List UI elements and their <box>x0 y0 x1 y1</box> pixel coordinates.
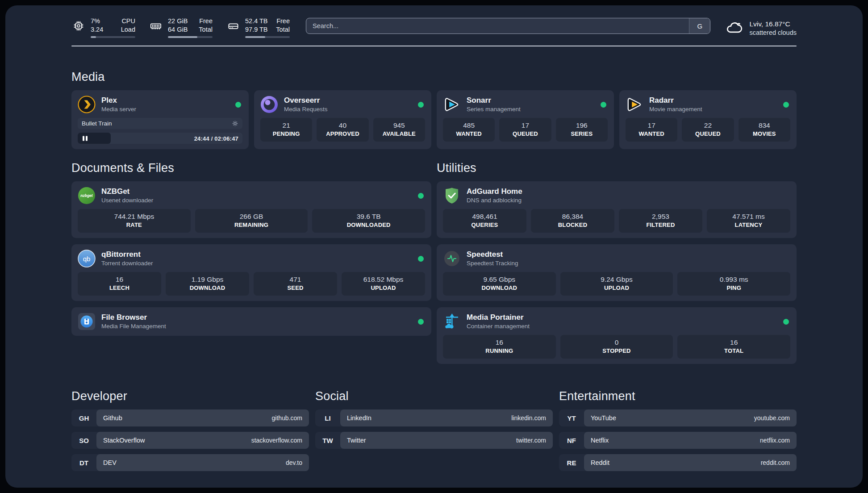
section-social: Social LI LinkedIn linkedin.com TW Twitt… <box>315 389 553 471</box>
sonarr-stat-wanted: 485 WANTED <box>443 118 495 142</box>
qbittorrent-app-link[interactable]: qb qBittorrent Torrent downloader <box>78 250 425 267</box>
link-youtube[interactable]: YT YouTube youtube.com <box>559 409 797 426</box>
portainer-name: Media Portainer <box>467 313 530 322</box>
radarr-description: Movie management <box>649 105 702 113</box>
sonarr-status-dot <box>601 102 606 108</box>
reddit-name: Reddit <box>591 459 609 466</box>
link-stackoverflow[interactable]: SO StackOverflow stackoverflow.com <box>71 432 309 449</box>
cpu-usage-value: 7% <box>91 17 103 25</box>
speedtest-stat-download: 9.65 Gbps DOWNLOAD <box>443 272 556 296</box>
nzbget-stat-downloaded: 39.6 TB DOWNLOADED <box>312 209 425 233</box>
filebrowser-app-link[interactable]: File Browser Media File Management <box>78 313 425 330</box>
plex-progress-bar[interactable]: 24:44 / 02:06:47 <box>78 133 242 144</box>
qbittorrent-stat-leech: 16 LEECH <box>78 272 161 296</box>
cpu-load-label: Load <box>121 25 135 34</box>
netflix-name: Netflix <box>591 437 609 444</box>
plex-description: Media server <box>101 105 136 113</box>
cpu-usage-label: CPU <box>121 17 135 25</box>
pause-icon[interactable] <box>83 136 88 141</box>
portainer-status-dot <box>783 319 789 325</box>
nzbget-stat-rate: 744.21 Mbps RATE <box>78 209 191 233</box>
overseerr-description: Media Requests <box>284 105 328 113</box>
stackoverflow-name: StackOverflow <box>103 437 145 444</box>
sonarr-description: Series management <box>467 105 521 113</box>
link-github[interactable]: GH Github github.com <box>71 409 309 426</box>
cpu-icon <box>71 17 86 35</box>
radarr-app-link[interactable]: Radarr Movie management <box>626 96 790 113</box>
card-portainer: Media Portainer Container management 16 … <box>437 307 797 364</box>
netflix-abbr: NF <box>559 437 584 444</box>
search-input[interactable] <box>306 18 710 34</box>
nzbget-icon: nzbget <box>78 187 96 205</box>
search-engine-button[interactable]: G <box>689 18 710 33</box>
card-qbittorrent: qb qBittorrent Torrent downloader <box>71 244 431 301</box>
plex-app-link[interactable]: Plex Media server <box>78 96 242 113</box>
youtube-name: YouTube <box>591 414 616 422</box>
qbittorrent-stat-seed: 471 SEED <box>254 272 337 296</box>
overseerr-stat-approved: 40 APPROVED <box>317 118 368 142</box>
portainer-description: Container management <box>467 322 530 330</box>
search-bar: G <box>306 18 710 34</box>
link-netflix[interactable]: NF Netflix netflix.com <box>559 432 797 449</box>
link-dev[interactable]: DT DEV dev.to <box>71 454 309 471</box>
dev-abbr: DT <box>71 459 96 467</box>
plex-now-playing: Bullet Train <box>78 118 242 129</box>
qbittorrent-description: Torrent downloader <box>101 259 153 267</box>
speedtest-name: Speedtest <box>467 250 518 259</box>
adguard-stat-blocked: 86,384 BLOCKED <box>531 209 614 233</box>
header-divider <box>71 46 797 46</box>
card-sonarr: Sonarr Series management 485 WANTED 17 Q… <box>437 90 614 149</box>
plex-status-dot <box>235 102 241 108</box>
dashboard-panel: 7% 3.24 CPU Load <box>5 5 863 488</box>
card-radarr: Radarr Movie management 17 WANTED 22 QUE… <box>619 90 797 149</box>
radarr-stat-movies: 834 MOVIES <box>739 118 790 142</box>
stackoverflow-abbr: SO <box>71 437 96 444</box>
disk-free-value: 52.4 TB <box>245 17 268 25</box>
section-utilities: Utilities <box>437 161 797 364</box>
reddit-abbr: RE <box>559 459 584 467</box>
qbittorrent-icon: qb <box>78 250 96 267</box>
adguard-stat-queries: 498,461 QUERIES <box>443 209 526 233</box>
github-abbr: GH <box>71 414 96 422</box>
system-stats: 7% 3.24 CPU Load <box>71 17 290 38</box>
filebrowser-status-dot <box>418 319 424 325</box>
sonarr-app-link[interactable]: Sonarr Series management <box>443 96 608 113</box>
plex-name: Plex <box>101 96 136 105</box>
overseerr-app-link[interactable]: Overseerr Media Requests <box>260 96 425 113</box>
plex-track-title: Bullet Train <box>82 120 112 127</box>
portainer-app-link[interactable]: Media Portainer Container management <box>443 313 790 330</box>
portainer-stat-running: 16 RUNNING <box>443 335 556 359</box>
nzbget-app-link[interactable]: nzbget NZBGet Usenet downloader <box>78 187 425 205</box>
link-linkedin[interactable]: LI LinkedIn linkedin.com <box>315 409 553 426</box>
filebrowser-name: File Browser <box>101 313 166 322</box>
filebrowser-icon <box>78 313 96 330</box>
gear-icon[interactable] <box>232 120 238 127</box>
adguard-app-link[interactable]: AdGuard Home DNS and adblocking <box>443 187 790 205</box>
speedtest-app-link[interactable]: Speedtest Speedtest Tracking <box>443 250 790 267</box>
section-title-utilities: Utilities <box>437 161 797 175</box>
plex-playback-time: 24:44 / 02:06:47 <box>194 135 238 142</box>
cpu-progress-bar <box>91 36 135 38</box>
netflix-url: netflix.com <box>760 437 790 444</box>
memory-total-value: 64 GiB <box>168 25 188 34</box>
disk-progress-bar <box>245 36 290 38</box>
section-title-social: Social <box>315 389 553 403</box>
adguard-description: DNS and adblocking <box>467 196 522 205</box>
github-url: github.com <box>272 414 302 422</box>
memory-progress-fill <box>168 36 197 38</box>
section-title-entertainment: Entertainment <box>559 389 797 403</box>
system-stat-disk: 52.4 TB 97.9 TB Free Total <box>226 17 290 38</box>
system-stat-memory: 22 GiB 64 GiB Free Total <box>149 17 213 38</box>
sonarr-stat-series: 196 SERIES <box>556 118 608 142</box>
portainer-stat-total: 16 TOTAL <box>677 335 790 359</box>
nzbget-name: NZBGet <box>101 187 153 196</box>
link-reddit[interactable]: RE Reddit reddit.com <box>559 454 797 471</box>
disk-free-label: Free <box>276 17 290 25</box>
linkedin-abbr: LI <box>315 414 340 422</box>
radarr-name: Radarr <box>649 96 702 105</box>
svg-text:qb: qb <box>83 255 91 263</box>
overseerr-status-dot <box>418 102 424 108</box>
adguard-stat-filtered: 2,953 FILTERED <box>619 209 702 233</box>
disk-total-label: Total <box>276 25 290 34</box>
link-twitter[interactable]: TW Twitter twitter.com <box>315 432 553 449</box>
